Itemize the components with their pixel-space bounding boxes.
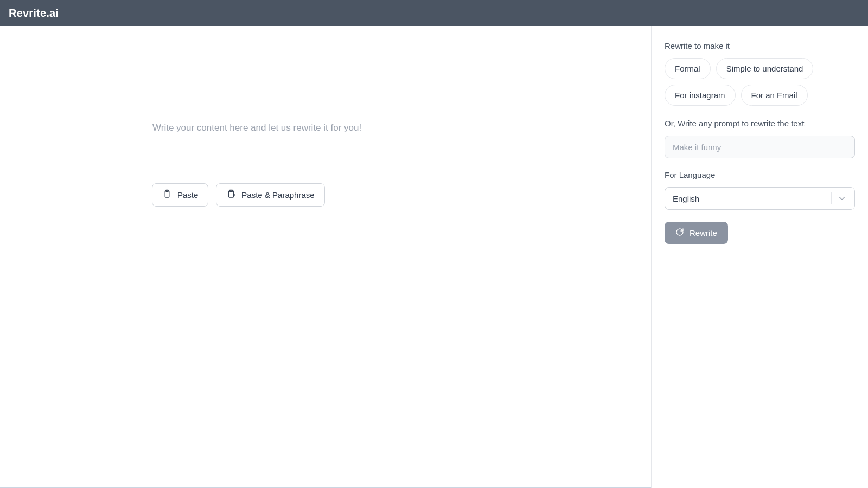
rewrite-button-label: Rewrite <box>690 228 717 237</box>
rewrite-button[interactable]: Rewrite <box>665 222 728 244</box>
tone-chips: Formal Simple to understand For instagra… <box>665 58 855 106</box>
tone-chip-formal[interactable]: Formal <box>665 58 711 79</box>
clipboard-icon <box>162 189 172 201</box>
editor-buttons: Paste Paste & Paraphrase <box>152 183 325 207</box>
tone-chip-email[interactable]: For an Email <box>741 85 808 106</box>
tone-section-label: Rewrite to make it <box>665 41 855 50</box>
paste-button-label: Paste <box>177 190 198 200</box>
language-label: For Language <box>665 170 855 179</box>
paste-button[interactable]: Paste <box>152 183 208 207</box>
refresh-icon <box>675 228 684 238</box>
editor-placeholder-text: Write your content here and let us rewri… <box>152 123 361 133</box>
editor-area[interactable]: Write your content here and let us rewri… <box>152 121 618 134</box>
paste-paraphrase-button-label: Paste & Paraphrase <box>241 190 314 200</box>
prompt-label: Or, Write any prompt to rewrite the text <box>665 119 855 128</box>
prompt-input[interactable] <box>665 136 855 158</box>
app-header: Revrite.ai <box>0 0 868 26</box>
language-selected-value: English <box>673 194 699 203</box>
prompt-field: Or, Write any prompt to rewrite the text <box>665 119 855 158</box>
text-caret <box>152 123 152 133</box>
chevron-down-icon <box>837 194 847 203</box>
language-field: For Language English <box>665 170 855 210</box>
select-divider <box>831 192 832 204</box>
app-body: Write your content here and let us rewri… <box>0 26 868 488</box>
tone-chip-instagram[interactable]: For instagram <box>665 85 736 106</box>
editor-placeholder: Write your content here and let us rewri… <box>152 121 618 134</box>
editor-pane: Write your content here and let us rewri… <box>0 26 651 488</box>
paste-paraphrase-button[interactable]: Paste & Paraphrase <box>216 183 324 207</box>
tone-chip-simple[interactable]: Simple to understand <box>716 58 814 79</box>
clipboard-plus-icon <box>226 189 236 201</box>
language-select[interactable]: English <box>665 187 855 210</box>
options-sidebar: Rewrite to make it Formal Simple to unde… <box>651 26 868 488</box>
brand-title: Revrite.ai <box>9 7 59 20</box>
